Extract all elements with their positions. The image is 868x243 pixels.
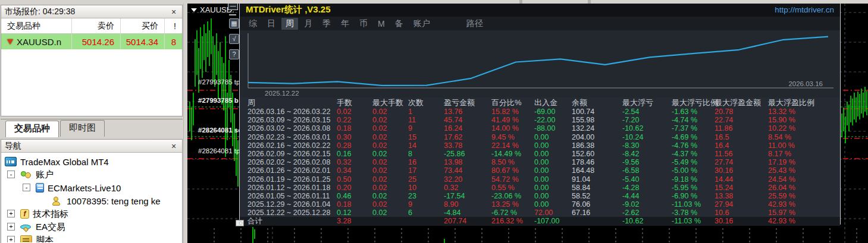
stats-cell: 14.44 [715,175,768,184]
period-menu-日[interactable]: 日 [263,18,280,30]
stats-cell: 0.00 [534,192,572,200]
svg-text:2026.03.16: 2026.03.16 [788,80,823,87]
market-watch-header: 交易品种 卖价 买价 ! [1,18,182,34]
tree-item-label: 账户 [36,169,54,181]
stats-period-menu: 综日周月季年币M备账户路径 [240,17,840,30]
stats-cell: 9.45 % [491,133,534,141]
stats-cell: 33.78 [444,141,491,150]
column-alert[interactable]: ! [164,18,182,33]
stats-cell: -10.62 [622,217,672,226]
stats-cell: 0.02 [372,141,408,150]
stats-cell: 0.02 [372,209,408,217]
check-button[interactable]: √ [229,34,239,44]
stats-title: MTDriver统计 ,V3.25 [246,4,331,15]
stats-cell: 2026.01.26 ~ 2026.02.01 [247,166,337,175]
stats-cell: 6 [408,209,444,217]
window-top-strip [0,0,868,4]
stats-cell: 0.32 [444,184,491,192]
market-watch-title: 市场报价: 04:29:38 [5,7,75,17]
collapse-icon[interactable]: - [7,171,15,178]
period-menu-账户[interactable]: 账户 [409,18,434,30]
order-label-tp[interactable]: #27993785 tp [198,78,240,86]
stats-week-row: 2026.02.23 ~ 2026.03.010.300.021517.629.… [240,133,840,141]
stats-cell: 0.32 [337,158,372,166]
toolbar-notch [519,0,522,4]
panel-splitter[interactable] [183,0,187,243]
svg-text:2025.12.22: 2025.12.22 [265,90,299,97]
stats-cell: 2026.03.02 ~ 2026.03.08 [247,124,337,132]
stats-col-header: 出入金 [534,97,572,108]
stats-cell: 100.74 [572,108,622,116]
stats-col-header: 手数 [337,97,372,108]
column-buy[interactable]: 买价 [120,18,164,33]
stats-cell: -5.49 % [672,158,715,166]
stats-cell: 24.54 % [768,175,840,184]
period-menu-备[interactable]: 备 [391,18,408,30]
mtdriver-stats-panel[interactable]: MTDriver统计 ,V3.25 http://mtdriver.cn 综日周… [239,2,841,225]
stats-cell: -11.03 % [672,200,715,209]
stats-cell: -23.06 % [491,192,534,200]
stats-cell: 155.98 [572,116,622,124]
period-menu-周[interactable]: 周 [281,18,298,30]
collapse-icon[interactable]: - [23,184,30,191]
expand-icon[interactable]: + [7,236,15,242]
chart-window-decoration [229,11,236,15]
expand-icon[interactable]: + [7,210,15,217]
order-label-sell[interactable]: #28264081 se [198,127,242,134]
period-menu-年[interactable]: 年 [337,18,353,30]
tab-symbols[interactable]: 交易品种 [5,121,59,137]
tree-item[interactable]: -账户 [1,168,54,181]
column-sell[interactable]: 卖价 [71,18,120,33]
tab-tick-chart[interactable]: 即时图 [60,120,105,137]
stats-cell [372,217,408,226]
help-button[interactable]: ? [229,49,239,59]
tree-item[interactable]: TradeMax Global MT4 [1,155,109,168]
tree-item[interactable]: +f技术指标 [1,207,68,220]
navigator-panel: 导航 × TradeMax Global MT4-账户-ECMarkets-Li… [1,139,183,243]
stats-cell: 22.74 [715,116,768,124]
period-menu-币[interactable]: 币 [355,18,372,30]
panel-minimize-icon[interactable] [236,220,244,226]
stats-cell: 27.74 [715,158,768,166]
market-watch-titlebar[interactable]: 市场报价: 04:29:38 × [1,5,182,18]
sell-price: 5014.26 [71,34,120,49]
stats-header-row: 周手数最大手数次数盈亏金额百分比%出入金余额最大浮亏最大浮亏比例最大浮盈金额最大… [240,97,840,108]
stats-cell: -25.86 [444,150,491,158]
stats-cell: -11.03 % [672,217,715,226]
tree-item[interactable]: 10078395: teng teng ke [1,194,161,207]
stats-cell: -7.20 [622,116,672,124]
period-menu-M[interactable]: M [374,18,389,29]
mtdriver-url-link[interactable]: http://mtdriver.cn [775,5,834,14]
stats-week-row: 2026.01.05 ~ 2026.01.110.460.0223-17.54-… [240,192,840,200]
close-icon[interactable]: × [169,7,178,17]
indicator-button[interactable]: ▦ [229,18,239,29]
accounts-icon [20,170,32,179]
symbol-row-xauusd[interactable]: XAUUSD.n 5014.26 5014.34 8 [1,34,182,49]
order-label-tp2[interactable]: #28264081 tp [198,147,240,154]
stats-cell: 20.78 [715,108,768,116]
tree-item[interactable]: +脚本 [1,233,54,242]
tree-item[interactable]: +EA交易 [1,220,65,233]
stats-col-header: 余额 [572,97,622,108]
expand-icon[interactable]: + [7,223,15,231]
tree-item[interactable]: -ECMarkets-Live10 [1,181,121,194]
period-menu-月[interactable]: 月 [300,18,317,30]
stats-profit-chart: 2025.12.22 2026.03.16 [240,30,840,97]
chart-xauusd[interactable]: XAUUSD. — ▦ √ ? #27993785 tp #27993785 b… [187,0,868,243]
stats-week-row: 2026.03.09 ~ 2026.03.150.220.021145.7441… [240,116,840,124]
period-menu-季[interactable]: 季 [318,18,335,30]
stats-cell: 2026.02.09 ~ 2026.02.15 [247,150,337,158]
close-icon[interactable]: × [169,141,178,151]
period-menu-综[interactable]: 综 [245,18,261,30]
stats-cell: 13.38 [715,192,768,200]
period-menu-路径[interactable]: 路径 [462,18,487,30]
stats-cell: 58.84 [572,184,622,192]
price-down-arrow-icon [7,39,13,45]
stats-cell: 9 [408,124,444,132]
stats-cell: 0.16 [337,150,372,158]
stats-cell: 0.00 [534,141,572,150]
stats-cell: 0.02 [372,124,408,132]
order-label-buy[interactable]: #27993785 b [198,97,239,104]
navigator-titlebar[interactable]: 导航 × [1,140,182,153]
column-symbol[interactable]: 交易品种 [1,21,71,31]
